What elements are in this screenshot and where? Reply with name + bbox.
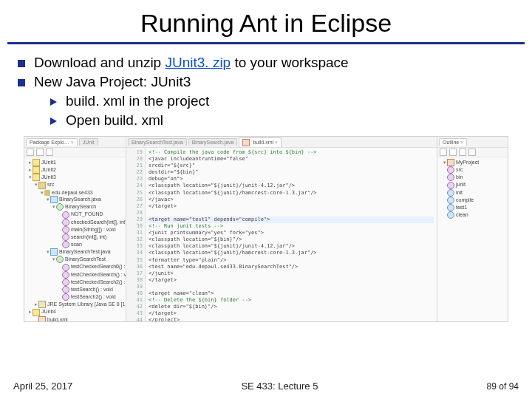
tree-node[interactable]: ▾BinarySearchTest.java	[27, 248, 124, 256]
toolbar-icon[interactable]	[468, 149, 476, 156]
subbullet-2-text: Open build. xml	[66, 112, 163, 129]
eclipse-screenshot: Package Explo…× JUnit ▸JUnit1▸JUnit2▾JUn…	[24, 136, 508, 322]
square-bullet-icon	[18, 60, 25, 67]
tree-node[interactable]: ▸JRE System Library [Java SE 8 [1.8.0_	[27, 301, 124, 308]
slide-body: Download and unzip JUnit3. zip to your w…	[0, 44, 532, 322]
subbullet-1-text: build. xml in the project	[66, 93, 209, 109]
footer-page: 89 of 94	[487, 381, 519, 392]
package-explorer-tree[interactable]: ▸JUnit1▸JUnit2▾JUnit3▾src▾edu.depaul.se4…	[24, 157, 126, 321]
close-icon[interactable]: ×	[71, 140, 74, 145]
tree-node[interactable]: testSearch() : void	[27, 286, 124, 293]
outline-tabbar: Outline×	[437, 137, 508, 148]
toolbar-icon[interactable]	[440, 149, 447, 156]
toolbar-icon[interactable]	[46, 149, 53, 156]
tree-node[interactable]: junit	[440, 181, 506, 188]
bullet-1-post: to your workspace	[231, 55, 348, 70]
square-bullet-icon	[18, 79, 25, 86]
editor-body[interactable]: 1920212223242526272829303132333435363738…	[126, 148, 437, 321]
editor-tab-dim[interactable]: BinarySearch.java	[188, 138, 238, 146]
tree-node[interactable]: testCheckedSearch0() : v	[27, 263, 124, 270]
triangle-bullet-icon	[50, 117, 57, 125]
subbullet-1: build. xml in the project	[50, 93, 514, 109]
tree-node[interactable]: testCheckedSearch() : vo	[27, 271, 124, 279]
tree-node[interactable]: compile	[440, 197, 506, 204]
tree-node[interactable]: ▸JUnit1	[27, 159, 124, 166]
footer-course: SE 433: Lecture 5	[241, 381, 318, 392]
tree-node[interactable]: bin	[440, 174, 506, 181]
junit-zip-link[interactable]: JUnit3. zip	[165, 55, 231, 70]
tree-node[interactable]: init	[440, 189, 506, 197]
line-number-gutter: 1920212223242526272829303132333435363738…	[126, 148, 146, 321]
tree-node[interactable]: ▸JUnit4	[27, 308, 124, 316]
editor-pane: BinarySearchTest.java BinarySearch.java …	[126, 137, 437, 321]
left-tabbar: Package Explo…× JUnit	[24, 137, 126, 148]
tree-node[interactable]: search(int[], int)	[27, 233, 124, 241]
tree-node[interactable]: scan	[27, 241, 124, 248]
tree-node[interactable]: ▾BinarySearch	[27, 203, 124, 211]
toolbar-icon[interactable]	[449, 149, 457, 156]
tab-outline[interactable]: Outline×	[439, 138, 467, 146]
tree-node[interactable]: ▾MyProject	[440, 159, 506, 166]
toolbar-icon[interactable]	[27, 149, 34, 156]
tree-node[interactable]: checkedSearch(int[], int)	[27, 219, 124, 226]
tree-node[interactable]: testSearch2() : void	[27, 293, 124, 301]
close-icon[interactable]: ×	[460, 140, 463, 145]
bullet-2-text: New Java Project: JUnit3	[34, 74, 191, 90]
tree-node[interactable]: clean	[440, 211, 506, 219]
tree-node[interactable]: main(String[]) : void	[27, 226, 124, 233]
code-area[interactable]: <!-- Compile the java code from ${src} i…	[146, 148, 437, 321]
slide-title: Running Ant in Eclipse	[0, 0, 532, 42]
tree-node[interactable]: test1	[440, 204, 506, 211]
bullet-2: New Java Project: JUnit3	[18, 74, 514, 90]
subbullet-2: Open build. xml	[50, 112, 514, 129]
xml-file-icon	[242, 139, 250, 146]
footer-date: April 25, 2017	[13, 381, 72, 392]
tree-node[interactable]: ▾BinarySearchTest	[27, 256, 124, 263]
triangle-bullet-icon	[50, 98, 57, 106]
editor-tab-active[interactable]: build.xml ×	[239, 137, 282, 147]
close-icon[interactable]: ×	[275, 140, 278, 145]
package-explorer-pane: Package Explo…× JUnit ▸JUnit1▸JUnit2▾JUn…	[24, 137, 126, 321]
editor-tab-dim[interactable]: BinarySearchTest.java	[128, 138, 187, 146]
outline-tree[interactable]: ▾MyProjectsrcbinjunitinitcompiletest1cle…	[437, 157, 508, 321]
tree-node[interactable]: ▾BinarySearch.java	[27, 196, 124, 203]
tree-node[interactable]: NOT_FOUND	[27, 211, 124, 218]
tree-node[interactable]: ▾edu.depaul.se433	[27, 189, 124, 196]
tree-node[interactable]: build.xml	[27, 316, 124, 321]
bullet-1-pre: Download and unzip	[34, 55, 165, 70]
tree-node[interactable]: ▸JUnit2	[27, 166, 124, 174]
tab-package-explorer[interactable]: Package Explo…×	[26, 138, 78, 146]
editor-tabbar: BinarySearchTest.java BinarySearch.java …	[126, 137, 437, 148]
slide-footer: April 25, 2017 SE 433: Lecture 5 89 of 9…	[0, 381, 532, 392]
tree-node[interactable]: src	[440, 166, 506, 174]
tab-junit[interactable]: JUnit	[79, 138, 98, 146]
outline-toolbar	[437, 148, 508, 157]
toolbar-icon[interactable]	[459, 149, 466, 156]
tree-node[interactable]: testCheckedSearch2() : v	[27, 279, 124, 286]
outline-pane: Outline× ▾MyProjectsrcbinjunitinitcompil…	[437, 137, 508, 321]
tree-node[interactable]: ▾src	[27, 181, 124, 188]
bullet-1: Download and unzip JUnit3. zip to your w…	[18, 55, 514, 71]
toolbar-icon[interactable]	[36, 149, 44, 156]
tree-node[interactable]: ▾JUnit3	[27, 174, 124, 181]
left-toolbar	[24, 148, 126, 157]
